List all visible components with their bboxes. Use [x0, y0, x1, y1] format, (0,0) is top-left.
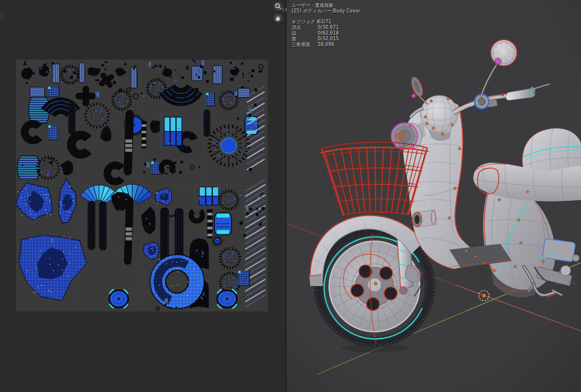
uv-island-bit[interactable] — [96, 92, 99, 97]
uv-island-bit[interactable] — [259, 70, 262, 73]
uv-island-segbar[interactable] — [207, 209, 213, 238]
uv-island-bit[interactable] — [241, 86, 244, 89]
uv-island-bit[interactable] — [134, 65, 136, 67]
uv-island-bit[interactable] — [179, 171, 182, 174]
uv-island-strip[interactable] — [88, 201, 95, 250]
viewport-3d-region[interactable]: ユーザー・透視投影 (25) ボディカバー.Body Cover オブジェクト6… — [287, 0, 581, 392]
uv-island-bit[interactable] — [195, 88, 199, 91]
uv-island-bit[interactable] — [88, 73, 90, 74]
pan-gizmo-button[interactable] — [273, 14, 283, 23]
uv-island-ovalcyan[interactable] — [110, 289, 128, 308]
uv-island-bit[interactable] — [199, 77, 200, 78]
uv-island-bit[interactable] — [43, 64, 47, 68]
uv-island-bit[interactable] — [144, 95, 145, 97]
uv-island-bit[interactable] — [106, 77, 108, 79]
uv-island-barrel[interactable] — [17, 156, 40, 180]
uv-canvas[interactable] — [0, 0, 285, 392]
uv-island-bit[interactable] — [201, 60, 204, 66]
uv-island-bit[interactable] — [37, 170, 40, 173]
uv-island-bit[interactable] — [174, 70, 175, 71]
uv-island-bit[interactable] — [249, 208, 252, 210]
uv-island-bit[interactable] — [186, 66, 188, 70]
uv-island-bit[interactable] — [254, 103, 256, 106]
uv-island-bit[interactable] — [246, 212, 249, 216]
uv-island-bit[interactable] — [241, 63, 243, 65]
uv-island-bit[interactable] — [242, 73, 244, 75]
uv-island-bit[interactable] — [22, 164, 23, 166]
uv-island-bit[interactable] — [174, 162, 176, 164]
uv-island-bit[interactable] — [260, 197, 262, 199]
uv-island-capsule[interactable] — [214, 213, 231, 235]
uv-island-gridpatch[interactable] — [48, 125, 58, 140]
uv-island-bit[interactable] — [164, 66, 166, 68]
uv-island-bit[interactable] — [143, 171, 145, 174]
uv-island-bit[interactable] — [249, 168, 252, 171]
uv-island-strip[interactable] — [160, 208, 169, 264]
uv-island-bit[interactable] — [246, 205, 248, 210]
uv-island-bit[interactable] — [170, 215, 172, 217]
uv-island-bit[interactable] — [155, 65, 158, 67]
uv-island-bit[interactable] — [77, 74, 78, 75]
uv-island-bit[interactable] — [153, 221, 155, 223]
uv-island-bit[interactable] — [174, 214, 176, 216]
uv-island-bit[interactable] — [258, 197, 259, 199]
uv-island-strip[interactable] — [99, 201, 107, 251]
viewport-canvas[interactable] — [287, 0, 581, 392]
uv-island-vstripes[interactable] — [130, 68, 137, 88]
uv-island-bit[interactable] — [175, 80, 177, 82]
uv-island-bit[interactable] — [230, 62, 232, 64]
uv-island-bit[interactable] — [260, 211, 262, 213]
uv-island-bit[interactable] — [251, 172, 252, 174]
uv-island-bit[interactable] — [172, 95, 175, 98]
uv-island-bit[interactable] — [51, 62, 54, 65]
uv-island-vstripes[interactable] — [52, 64, 60, 83]
uv-island-bit[interactable] — [49, 161, 53, 165]
uv-island-bit[interactable] — [77, 77, 78, 78]
uv-island-bit[interactable] — [262, 206, 265, 210]
uv-island-bit[interactable] — [243, 234, 246, 237]
uv-island-bit[interactable] — [23, 74, 25, 78]
uv-island-bit[interactable] — [239, 195, 241, 196]
uv-island-bit[interactable] — [195, 96, 198, 98]
uv-island-bit[interactable] — [175, 306, 177, 308]
uv-island-segbar[interactable] — [141, 121, 146, 148]
uv-island-bit[interactable] — [153, 158, 156, 161]
uv-island-strip[interactable] — [68, 103, 75, 135]
uv-island-gridpatch[interactable] — [238, 271, 250, 286]
uv-island-bit[interactable] — [108, 77, 112, 79]
uv-island-bit[interactable] — [28, 68, 31, 70]
uv-island-vstripes[interactable] — [79, 63, 85, 83]
uv-island-bit[interactable] — [32, 72, 35, 75]
uv-island-ovalcyan[interactable] — [217, 289, 237, 309]
uv-island-bit[interactable] — [198, 166, 200, 168]
uv-island-bit[interactable] — [165, 298, 168, 304]
uv-island-bit[interactable] — [140, 92, 142, 94]
uv-island-bit[interactable] — [234, 91, 237, 96]
uv-island-bit[interactable] — [249, 108, 252, 113]
uv-island-bit[interactable] — [213, 70, 216, 73]
uv-island-bit[interactable] — [26, 82, 28, 85]
uv-island-bit[interactable] — [149, 62, 151, 67]
uv-island-bit[interactable] — [64, 70, 66, 73]
uv-island-bit[interactable] — [230, 78, 234, 81]
uv-island-bit[interactable] — [144, 163, 146, 166]
uv-island-bit[interactable] — [249, 73, 250, 74]
uv-island-bit[interactable] — [162, 223, 163, 226]
uv-island-bit[interactable] — [198, 70, 200, 72]
uv-island-bit[interactable] — [45, 63, 47, 65]
uv-island-bit[interactable] — [91, 73, 93, 75]
uv-island-bit[interactable] — [71, 75, 73, 79]
uv-island-bit[interactable] — [153, 67, 155, 69]
region-resize-arrows[interactable] — [281, 3, 287, 14]
uv-island-gridpatch[interactable] — [48, 87, 60, 97]
uv-island-bit[interactable] — [237, 69, 239, 70]
uv-island-bit[interactable] — [49, 69, 50, 71]
uv-island-bit[interactable] — [44, 160, 45, 162]
uv-island-bit[interactable] — [181, 77, 184, 79]
uv-island-torus[interactable] — [150, 255, 204, 309]
uv-island-bit[interactable] — [95, 79, 99, 81]
uv-island-bit[interactable] — [256, 213, 259, 216]
uv-island-bit[interactable] — [250, 75, 253, 78]
uv-island-bit[interactable] — [113, 81, 116, 85]
uv-island-bit[interactable] — [256, 208, 258, 210]
